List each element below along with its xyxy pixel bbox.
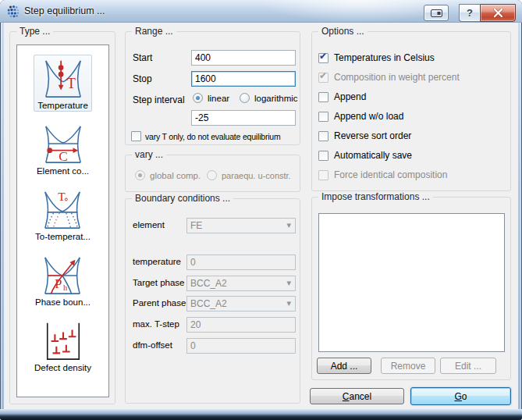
type-group-caption: Type ... (16, 26, 53, 37)
stop-label: Stop (133, 73, 152, 84)
checkbox-box (131, 131, 141, 141)
svg-text:T: T (66, 76, 75, 91)
reverse-sort-order-checkbox[interactable]: Reverse sort order (318, 130, 411, 141)
checkbox-label: Append (334, 91, 366, 102)
remove-button: Remove (381, 358, 435, 374)
logarithmic-radio[interactable]: logarithmic (240, 93, 298, 103)
remove-button-label: Remove (391, 361, 426, 372)
checkbox-label: Force identical composition (334, 169, 447, 180)
range-group-caption: Range ... (132, 26, 176, 37)
boundary-group-caption: Boundary conditions ... (132, 193, 233, 204)
chevron-down-icon: ▾ (286, 298, 291, 308)
type-item-label: Phase boun... (35, 297, 91, 307)
svg-text:P: P (55, 276, 62, 291)
boundary-conditions-group: Boundary conditions ... element FE ▾ tem… (125, 198, 300, 404)
dock-icon (431, 9, 442, 17)
target-phase-value: BCC_A2 (190, 278, 227, 289)
vary-group: vary ... global comp. paraequ. u-constr. (125, 155, 300, 192)
dock-button[interactable] (424, 5, 449, 21)
window-bottom-border (0, 409, 522, 420)
force-identical-composition-checkbox: Force identical composition (318, 169, 447, 180)
temperature-value: 0 (190, 257, 196, 268)
go-button-label: Go (454, 391, 467, 402)
vary-group-caption: vary ... (132, 149, 166, 160)
type-list[interactable]: T Temperature (16, 44, 109, 397)
checkbox-label: Automatically save (334, 150, 412, 161)
type-item-label: Element co... (37, 166, 89, 176)
vary-t-only-label: vary T only, do not evaluate equilibrium (145, 132, 281, 141)
checkbox-box: ✔ (318, 53, 328, 63)
close-button[interactable] (480, 4, 516, 22)
step-interval-label: Step interval (133, 94, 185, 105)
transformations-list[interactable] (318, 213, 505, 352)
type-item-label: Temperature (37, 101, 88, 110)
dialog-client-area: Type ... (4, 23, 518, 409)
global-comp-radio: global comp. (135, 170, 201, 180)
start-label: Start (133, 52, 152, 63)
paraequ-radio-label: paraequ. u-constr. (222, 171, 291, 180)
options-group: Options ... ✔ Temperatures in Celsius ✔ … (311, 31, 511, 191)
type-item-temperature[interactable]: T Temperature (34, 55, 92, 112)
start-input[interactable] (191, 50, 296, 66)
append-checkbox[interactable]: Append (318, 91, 366, 102)
svg-text:T: T (59, 190, 66, 203)
radio-dot (240, 93, 250, 103)
type-item-element-content[interactable]: C Element co... (33, 120, 93, 177)
edit-button: Edit ... (440, 358, 496, 374)
go-button[interactable]: Go (410, 387, 511, 405)
dfm-offset-input: 0 (186, 338, 296, 354)
edit-button-label: Edit ... (455, 361, 481, 372)
step-interval-input[interactable] (191, 110, 296, 126)
add-button[interactable]: Add ... (317, 358, 371, 374)
linear-radio[interactable]: linear (193, 93, 229, 103)
radio-dot (193, 93, 203, 103)
checkbox-box (318, 112, 328, 122)
checkbox-box (318, 131, 328, 141)
radio-dot (207, 170, 217, 180)
checkmark-icon: ✔ (319, 70, 327, 81)
add-button-label: Add ... (331, 361, 358, 372)
append-wo-load-checkbox[interactable]: Append w/o load (318, 111, 403, 122)
vary-t-only-checkbox[interactable]: vary T only, do not evaluate equilibrium (131, 131, 281, 141)
titlebar[interactable]: Step equilibrium ... ? (0, 0, 522, 23)
checkbox-label: Composition in weight percent (334, 72, 460, 83)
paraequ-radio: paraequ. u-constr. (207, 170, 291, 180)
close-icon (493, 9, 503, 17)
global-comp-radio-label: global comp. (150, 171, 201, 180)
dfm-offset-label: dfm-offset (133, 340, 172, 350)
checkbox-box (318, 92, 328, 102)
svg-text:C: C (59, 149, 68, 164)
matcalc-logo-icon (6, 5, 20, 19)
parent-phase-value: BCC_A2 (190, 298, 227, 309)
phase-boundary-diagram-icon: P h (41, 254, 83, 297)
linear-radio-label: linear (208, 94, 229, 103)
checkmark-icon: ✔ (319, 51, 327, 62)
window-title: Step equilibrium ... (24, 5, 105, 16)
parent-phase-label: Parent phase (133, 298, 186, 308)
max-t-step-label: max. T-step (133, 319, 179, 329)
help-button[interactable]: ? (459, 4, 480, 22)
type-item-label: To-temperat... (35, 232, 91, 241)
type-item-defect-density[interactable]: Defect density (30, 317, 95, 374)
checkbox-label: Reverse sort order (334, 130, 411, 141)
target-phase-select: BCC_A2 ▾ (186, 276, 296, 291)
temperature-label: temperature (133, 257, 181, 266)
type-group: Type ... (9, 31, 115, 404)
cancel-button[interactable]: Cancel (310, 388, 404, 404)
max-t-step-value: 20 (190, 319, 201, 330)
type-item-to-temperature[interactable]: T To-temperat... (31, 186, 94, 243)
dialog-window: Step equilibrium ... ? Type (0, 0, 522, 420)
dfm-offset-value: 0 (190, 340, 196, 351)
checkbox-label: Temperatures in Celsius (334, 52, 435, 63)
checkbox-box (318, 151, 328, 161)
max-t-step-input: 20 (186, 317, 296, 333)
svg-text:h: h (63, 283, 68, 292)
t0-temperature-diagram-icon: T (41, 189, 83, 231)
type-item-phase-boundary[interactable]: P h Phase boun... (31, 251, 94, 308)
temperatures-in-celsius-checkbox[interactable]: ✔ Temperatures in Celsius (318, 52, 435, 63)
target-phase-label: Target phase (133, 278, 185, 287)
stop-input[interactable] (191, 71, 296, 87)
element-select: FE ▾ (186, 218, 296, 233)
automatically-save-checkbox[interactable]: Automatically save (318, 150, 412, 161)
temperature-input: 0 (186, 254, 296, 270)
